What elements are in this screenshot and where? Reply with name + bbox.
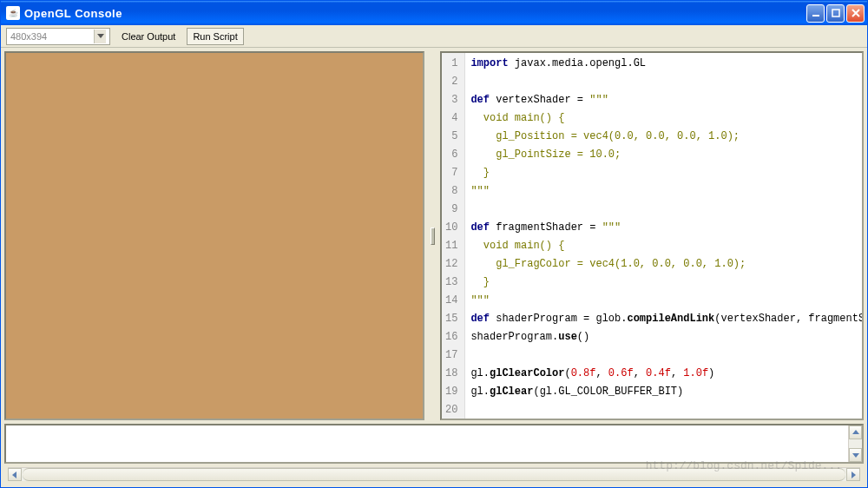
window-buttons: [806, 4, 865, 23]
output-scrollbar-vertical[interactable]: [848, 425, 862, 462]
scroll-down-icon[interactable]: [849, 448, 862, 462]
code-line[interactable]: def shaderProgram = glob.compileAndLink(…: [470, 310, 862, 328]
code-line[interactable]: gl.glClearColor(0.8f, 0.6f, 0.4f, 1.0f): [470, 365, 862, 383]
code-line[interactable]: [470, 401, 862, 419]
line-number: 1: [445, 55, 457, 73]
line-number: 12: [445, 255, 457, 274]
app-window: ☕ OpenGL Console 480x394 Clear Output Ru…: [0, 0, 868, 488]
line-number: 11: [445, 237, 457, 255]
code-content[interactable]: import javax.media.opengl.GL def vertexS…: [465, 53, 862, 419]
content-area: 1234567891011121314151617181920 import j…: [1, 48, 867, 487]
line-number: 17: [445, 346, 457, 365]
line-number: 5: [445, 128, 457, 146]
close-button[interactable]: [846, 4, 865, 23]
line-number: 8: [445, 182, 457, 201]
code-line[interactable]: }: [470, 164, 862, 182]
opengl-canvas[interactable]: [4, 51, 424, 420]
code-line[interactable]: """: [470, 182, 862, 201]
code-line[interactable]: [470, 346, 862, 365]
line-number: 15: [445, 310, 457, 328]
code-line[interactable]: def vertexShader = """: [470, 91, 862, 109]
window-title: OpenGL Console: [24, 7, 806, 20]
code-line[interactable]: gl_Position = vec4(0.0, 0.0, 0.0, 1.0);: [470, 128, 862, 146]
scroll-left-icon[interactable]: [8, 468, 22, 481]
scroll-track[interactable]: [23, 468, 845, 481]
code-line[interactable]: shaderProgram.use(): [470, 328, 862, 346]
scroll-up-icon[interactable]: [849, 425, 862, 439]
line-number: 3: [445, 91, 457, 109]
line-number: 9: [445, 201, 457, 219]
line-number: 13: [445, 274, 457, 292]
horizontal-scrollbar[interactable]: [8, 467, 860, 481]
minimize-button[interactable]: [806, 4, 825, 23]
code-line[interactable]: def fragmentShader = """: [470, 219, 862, 237]
line-number: 4: [445, 109, 457, 128]
svg-rect-1: [832, 10, 839, 16]
line-gutter: 1234567891011121314151617181920: [442, 53, 465, 419]
line-number: 14: [445, 292, 457, 310]
chevron-down-icon: [94, 30, 106, 43]
line-number: 20: [445, 401, 457, 419]
line-number: 6: [445, 146, 457, 164]
code-line[interactable]: gl.glClear(gl.GL_COLOR_BUFFER_BIT): [470, 383, 862, 401]
code-line[interactable]: gl_PointSize = 10.0;: [470, 146, 862, 164]
java-icon: ☕: [6, 6, 20, 20]
clear-output-button[interactable]: Clear Output: [115, 28, 181, 45]
line-number: 7: [445, 164, 457, 182]
code-editor-panel: 1234567891011121314151617181920 import j…: [440, 51, 864, 420]
line-number: 19: [445, 383, 457, 401]
line-number: 16: [445, 328, 457, 346]
scroll-right-icon[interactable]: [846, 468, 860, 481]
output-text[interactable]: [6, 425, 848, 462]
vertical-splitter[interactable]: [430, 51, 435, 420]
line-number: 18: [445, 365, 457, 383]
resolution-value: 480x394: [10, 31, 47, 42]
code-line[interactable]: [470, 201, 862, 219]
code-line[interactable]: }: [470, 274, 862, 292]
run-script-button[interactable]: Run Script: [187, 28, 243, 45]
toolbar: 480x394 Clear Output Run Script: [1, 25, 867, 48]
code-line[interactable]: """: [470, 292, 862, 310]
maximize-button[interactable]: [826, 4, 845, 23]
code-line[interactable]: [470, 73, 862, 91]
code-line[interactable]: import javax.media.opengl.GL: [470, 55, 862, 73]
main-split: 1234567891011121314151617181920 import j…: [4, 51, 864, 420]
resolution-dropdown[interactable]: 480x394: [6, 28, 110, 45]
line-number: 2: [445, 73, 457, 91]
code-line[interactable]: void main() {: [470, 109, 862, 128]
output-panel: [4, 424, 864, 464]
svg-rect-0: [812, 15, 819, 16]
code-line[interactable]: void main() {: [470, 237, 862, 255]
code-line[interactable]: gl_FragColor = vec4(1.0, 0.0, 0.0, 1.0);: [470, 255, 862, 274]
code-editor[interactable]: 1234567891011121314151617181920 import j…: [442, 53, 862, 419]
titlebar[interactable]: ☕ OpenGL Console: [1, 1, 867, 25]
line-number: 10: [445, 219, 457, 237]
